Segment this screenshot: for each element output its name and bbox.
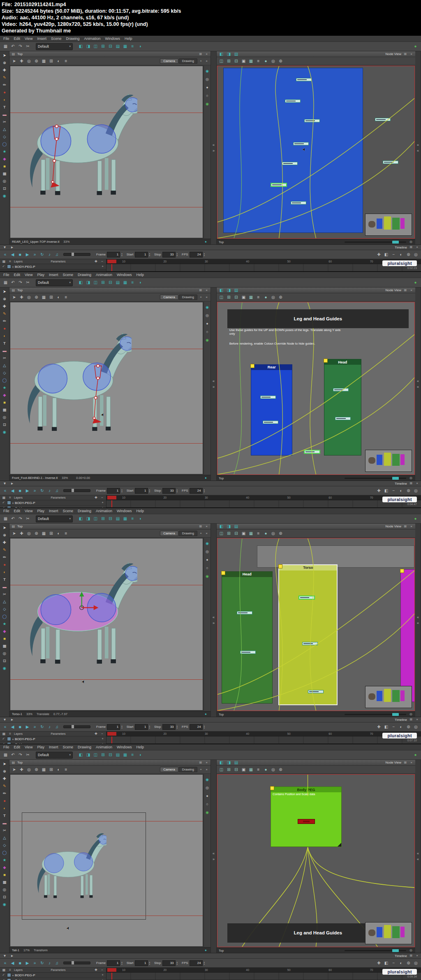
add-peg-layer-icon[interactable]: ◧ <box>383 488 389 494</box>
search-icon[interactable]: ◎ <box>270 530 276 536</box>
add-composite-icon[interactable]: ◫ <box>93 44 99 50</box>
show-thumbnails-icon[interactable]: ◫ <box>218 530 224 536</box>
slider-handle[interactable] <box>392 477 399 480</box>
onion-skin-icon[interactable]: ◐ <box>398 251 404 258</box>
backdrop-corner-handle[interactable] <box>278 564 282 568</box>
node-item[interactable] <box>383 161 398 164</box>
collapse-left-chevron-icon[interactable]: « <box>417 385 419 389</box>
opengl-view-icon[interactable]: ◎ <box>205 785 210 790</box>
collapse-right-chevron-icon[interactable]: » <box>213 857 215 861</box>
right-dock-strip[interactable]: « « <box>415 760 421 953</box>
transform-tool-icon[interactable]: ⊕ <box>1 768 8 774</box>
perspective-tool-icon[interactable]: ◇ <box>1 370 8 376</box>
close-panel-icon[interactable]: × <box>204 288 209 292</box>
colour-picker-icon[interactable]: ◉ <box>1 193 8 199</box>
ink-tool-icon[interactable]: ◐ <box>1 97 8 103</box>
opengl-view-icon[interactable]: ◎ <box>205 313 210 318</box>
collapse-left-chevron-icon[interactable]: « <box>417 143 419 147</box>
menu-view[interactable]: View <box>25 273 32 277</box>
layer-visibility-icon[interactable]: ✓ <box>1 978 6 980</box>
add-peg-icon[interactable]: ◨ <box>85 280 91 286</box>
menu-windows[interactable]: Windows <box>117 745 132 749</box>
menu-insert[interactable]: Insert <box>49 745 58 749</box>
maximize-panel-icon[interactable]: ⊞ <box>198 524 203 529</box>
add-layer-icon[interactable]: ✚ <box>94 495 98 500</box>
hand-tool-icon[interactable]: ⊡ <box>1 658 8 664</box>
cutter-tool-icon[interactable]: ✂ <box>1 828 8 833</box>
render-preview-icon[interactable]: ● <box>412 752 419 758</box>
node-item[interactable] <box>299 596 315 599</box>
cut-icon[interactable]: ✂ <box>25 280 31 286</box>
menu-scene[interactable]: Scene <box>62 273 73 277</box>
display-icon[interactable]: ⊞ <box>100 280 106 286</box>
stepper-arrows-icon[interactable]: ▴▾ <box>121 253 123 256</box>
redo-icon[interactable]: ↷ <box>17 280 23 286</box>
select-icon[interactable]: ➤ <box>11 766 17 773</box>
star-tool-icon[interactable]: ★ <box>1 385 8 391</box>
colour-picker-icon[interactable]: ◉ <box>1 665 8 671</box>
workspace-dropdown[interactable]: Default ▾ <box>36 279 73 286</box>
panel-splitter[interactable]: « » <box>211 51 217 244</box>
menu-play[interactable]: Play <box>37 745 44 749</box>
ellipse-tool-icon[interactable]: ◯ <box>1 377 8 383</box>
add-layer-icon[interactable]: ✚ <box>94 968 98 972</box>
onion-skin-icon[interactable]: ⊟ <box>107 44 113 50</box>
right-dock-strip[interactable]: « « <box>415 51 421 244</box>
menu-edit[interactable]: Edit <box>14 509 21 513</box>
loop-icon[interactable]: ↻ <box>39 724 45 730</box>
light-table-icon[interactable]: ◑ <box>137 516 143 522</box>
display-icon[interactable]: ● <box>263 294 269 300</box>
matte-view-icon[interactable]: ○ <box>205 93 210 98</box>
tab-drawing[interactable]: Drawing <box>179 767 197 772</box>
collapse-left-chevron-icon[interactable]: « <box>417 851 419 856</box>
backdrop-icon[interactable]: ▤ <box>115 516 121 522</box>
right-dock-strip[interactable]: « « <box>415 524 421 717</box>
polygon-tool-icon[interactable]: ◆ <box>1 865 8 870</box>
panel-splitter[interactable]: « » <box>211 524 217 717</box>
collapse-left-chevron-icon[interactable]: « <box>213 143 215 147</box>
magnifier-icon[interactable]: ◎ <box>409 240 413 244</box>
panel-menu-icon[interactable]: ▤ <box>11 52 16 56</box>
show-thumbnails-icon[interactable]: ◫ <box>218 766 224 773</box>
tab-drawing[interactable]: Drawing <box>179 58 197 64</box>
display-icon[interactable]: ● <box>263 58 269 64</box>
zoom-icon[interactable]: ◎ <box>413 251 419 258</box>
horse-drawing[interactable] <box>18 552 137 671</box>
order-icon[interactable]: ≡ <box>63 294 69 300</box>
redo-icon[interactable]: ↷ <box>17 516 23 522</box>
menu-help[interactable]: Help <box>136 273 144 277</box>
node-item[interactable] <box>335 417 351 420</box>
menu-animation[interactable]: Animation <box>96 273 112 277</box>
close-panel-icon[interactable]: × <box>415 718 419 722</box>
workspace-dropdown[interactable]: Default ▾ <box>36 752 73 759</box>
panel-menu-icon[interactable]: ▤ <box>233 523 239 529</box>
close-panel-icon[interactable]: × <box>204 760 209 765</box>
maximize-panel-icon[interactable]: ⊞ <box>403 288 407 292</box>
loop-icon[interactable]: ↻ <box>39 251 45 258</box>
slider-handle[interactable] <box>72 725 74 728</box>
play-icon[interactable]: ▶ <box>24 488 30 494</box>
play-icon[interactable]: ▶ <box>24 724 30 730</box>
filter-icon[interactable]: ≡ <box>8 495 12 500</box>
ellipse-tool-icon[interactable]: ◯ <box>1 850 8 856</box>
add-layer-icon[interactable]: ✚ <box>94 259 98 264</box>
expand-arrow-icon[interactable]: ▾ <box>12 502 14 504</box>
menu-help[interactable]: Help <box>136 745 144 749</box>
order-icon[interactable]: ≡ <box>255 58 261 64</box>
perspective-tool-icon[interactable]: ◇ <box>1 842 8 848</box>
backdrop-add-icon[interactable]: ◧ <box>218 523 224 529</box>
undo-icon[interactable]: ↶ <box>10 280 16 286</box>
grid-tool-icon[interactable]: ▦ <box>1 879 8 885</box>
tab-drawing[interactable]: Drawing <box>179 294 197 300</box>
polygon-tool-icon[interactable]: ◆ <box>1 628 8 634</box>
loop-icon[interactable]: ↻ <box>39 960 45 966</box>
menu-edit[interactable]: Edit <box>14 745 21 749</box>
settings-gear-icon[interactable]: ⊛ <box>278 530 284 536</box>
play-icon[interactable]: ▶ <box>24 251 30 258</box>
close-panel-icon[interactable]: × <box>409 524 414 529</box>
brush-tool-icon[interactable]: ✎ <box>1 311 8 317</box>
node-item[interactable] <box>237 611 252 614</box>
eraser-tool-icon[interactable]: ▬ <box>1 584 8 590</box>
expand-arrow-icon[interactable]: ▾ <box>12 738 14 741</box>
group-box-rear-leg[interactable] <box>223 68 363 233</box>
